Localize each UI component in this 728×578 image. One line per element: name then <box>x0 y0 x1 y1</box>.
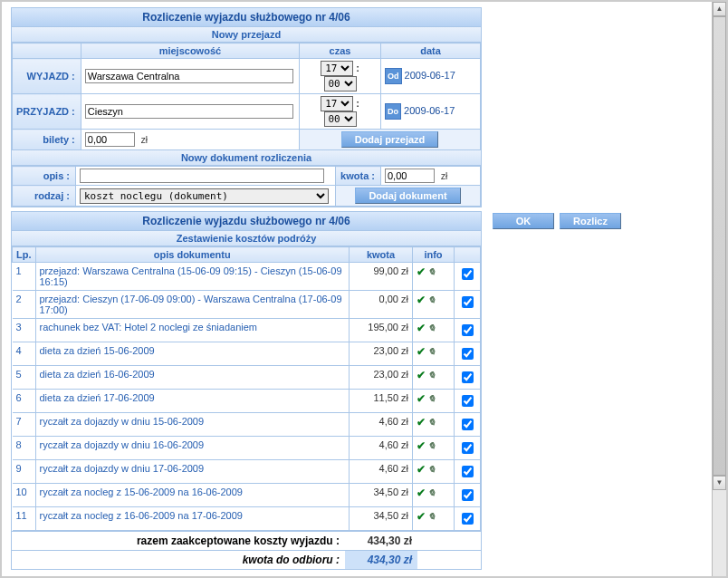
row-checkbox[interactable] <box>462 296 474 308</box>
check-icon[interactable]: ✔ <box>417 369 426 381</box>
row-lp: 5 <box>13 366 36 390</box>
list-title: Rozliczenie wyjazdu służbowego nr 4/06 <box>12 212 481 231</box>
edit-icon[interactable]: ✎ <box>426 266 436 278</box>
table-row: 5dieta za dzień 16-06-200923,00 zł✔✎ <box>13 366 481 390</box>
row-info: ✔✎ <box>413 484 455 507</box>
wyjazd-date: 2009-06-17 <box>405 70 455 81</box>
row-kwota: 11,50 zł <box>350 390 413 413</box>
opis-label: opis : <box>13 167 76 186</box>
check-icon[interactable]: ✔ <box>417 416 426 429</box>
row-checkbox[interactable] <box>462 371 474 383</box>
row-checkbox-cell <box>455 291 481 319</box>
due-label: kwota do odbioru : <box>12 551 345 570</box>
row-checkbox-cell <box>455 460 481 484</box>
przyjazd-date: 2009-06-17 <box>404 105 455 116</box>
panel-title: Rozliczenie wyjazdu służbowego nr 4/06 <box>12 8 481 27</box>
row-checkbox[interactable] <box>462 395 474 407</box>
edit-icon[interactable]: ✎ <box>426 346 436 358</box>
row-opis: ryczałt za nocleg z 15-06-2009 na 16-06-… <box>35 484 350 507</box>
do-badge[interactable]: Do <box>385 103 401 120</box>
row-lp: 2 <box>13 291 36 319</box>
row-checkbox-cell <box>455 366 481 390</box>
rozlicz-button[interactable]: Rozlicz <box>560 213 621 229</box>
row-checkbox[interactable] <box>462 489 474 501</box>
col-data: data <box>381 43 481 59</box>
edit-icon[interactable]: ✎ <box>426 393 436 405</box>
edit-icon[interactable]: ✎ <box>426 323 436 334</box>
check-icon[interactable]: ✔ <box>417 463 426 476</box>
row-checkbox[interactable] <box>462 268 474 280</box>
rodzaj-select[interactable]: koszt noclegu (dokument) <box>80 188 329 204</box>
check-icon[interactable]: ✔ <box>417 322 426 334</box>
table-row: 1przejazd: Warszawa Centralna (15-06-09 … <box>13 263 481 291</box>
check-icon[interactable]: ✔ <box>417 294 426 306</box>
scroll-thumb[interactable] <box>713 16 726 476</box>
check-icon[interactable]: ✔ <box>417 486 426 499</box>
row-checkbox[interactable] <box>462 513 474 525</box>
edit-icon[interactable]: ✎ <box>426 294 436 306</box>
check-icon[interactable]: ✔ <box>417 439 426 452</box>
row-checkbox[interactable] <box>462 466 474 477</box>
przyjazd-city-input[interactable] <box>85 104 293 119</box>
row-kwota: 4,60 zł <box>350 460 413 484</box>
row-lp: 1 <box>13 263 36 291</box>
wyjazd-city-input[interactable] <box>85 69 293 83</box>
od-badge[interactable]: Od <box>385 68 402 84</box>
row-lp: 11 <box>13 507 36 531</box>
scrollbar-vertical[interactable]: ▲ ▼ <box>712 2 726 576</box>
wyjazd-min-select[interactable]: 00 <box>324 76 357 92</box>
add-trip-button[interactable]: Dodaj przejazd <box>341 131 439 148</box>
row-lp: 7 <box>13 413 36 437</box>
row-checkbox[interactable] <box>462 419 474 430</box>
row-kwota: 34,50 zł <box>350 484 413 507</box>
table-row: 2przejazd: Cieszyn (17-06-09 09:00) - Wa… <box>13 291 481 319</box>
row-info: ✔✎ <box>413 437 455 460</box>
table-row: 9ryczałt za dojazdy w dniu 17-06-20094,6… <box>13 460 481 484</box>
row-checkbox[interactable] <box>462 324 474 336</box>
row-kwota: 195,00 zł <box>350 319 413 342</box>
bilety-input[interactable] <box>85 132 135 147</box>
row-info: ✔✎ <box>413 291 455 319</box>
check-icon[interactable]: ✔ <box>417 265 426 278</box>
wyjazd-hour-select[interactable]: 17 <box>321 61 353 76</box>
edit-icon[interactable]: ✎ <box>426 370 436 381</box>
row-checkbox-cell <box>455 390 481 413</box>
przyjazd-hour-select[interactable]: 17 <box>321 96 353 111</box>
row-opis: dieta za dzień 17-06-2009 <box>35 390 350 413</box>
row-lp: 3 <box>13 319 36 342</box>
add-doc-button[interactable]: Dodaj dokument <box>355 188 460 204</box>
row-checkbox-cell <box>455 507 481 531</box>
row-checkbox[interactable] <box>462 442 474 454</box>
row-checkbox[interactable] <box>462 348 474 360</box>
row-checkbox-cell <box>455 437 481 460</box>
edit-icon[interactable]: ✎ <box>426 464 436 476</box>
edit-icon[interactable]: ✎ <box>426 487 436 499</box>
kwota-input[interactable] <box>385 169 435 183</box>
row-info: ✔✎ <box>413 342 455 366</box>
table-row: 4dieta za dzień 15-06-200923,00 zł✔✎ <box>13 342 481 366</box>
check-icon[interactable]: ✔ <box>417 510 426 523</box>
row-checkbox-cell <box>455 413 481 437</box>
opis-input[interactable] <box>80 169 324 183</box>
ok-button[interactable]: OK <box>493 213 554 229</box>
row-checkbox-cell <box>455 319 481 342</box>
scroll-up-icon[interactable]: ▲ <box>713 2 726 16</box>
col-opis: opis dokumentu <box>35 247 350 263</box>
row-info: ✔✎ <box>413 319 455 342</box>
kwota-unit: zł <box>437 171 447 181</box>
row-info: ✔✎ <box>413 366 455 390</box>
table-row: 7ryczałt za dojazdy w dniu 15-06-20094,6… <box>13 413 481 437</box>
row-opis: przejazd: Cieszyn (17-06-09 09:00) - War… <box>35 291 350 319</box>
col-miejscowosc: miejscowość <box>81 43 299 59</box>
table-row: 10ryczałt za nocleg z 15-06-2009 na 16-0… <box>13 484 481 507</box>
check-icon[interactable]: ✔ <box>417 392 426 405</box>
total-label: razem zaakceptowane koszty wyjazdu : <box>12 532 345 551</box>
col-kwota: kwota <box>350 247 413 263</box>
edit-icon[interactable]: ✎ <box>426 417 436 429</box>
check-icon[interactable]: ✔ <box>417 345 426 358</box>
przyjazd-min-select[interactable]: 00 <box>324 111 357 127</box>
edit-icon[interactable]: ✎ <box>426 440 436 452</box>
row-opis: ryczałt za nocleg z 16-06-2009 na 17-06-… <box>35 507 350 531</box>
edit-icon[interactable]: ✎ <box>426 511 436 523</box>
scroll-down-icon[interactable]: ▼ <box>713 476 726 490</box>
